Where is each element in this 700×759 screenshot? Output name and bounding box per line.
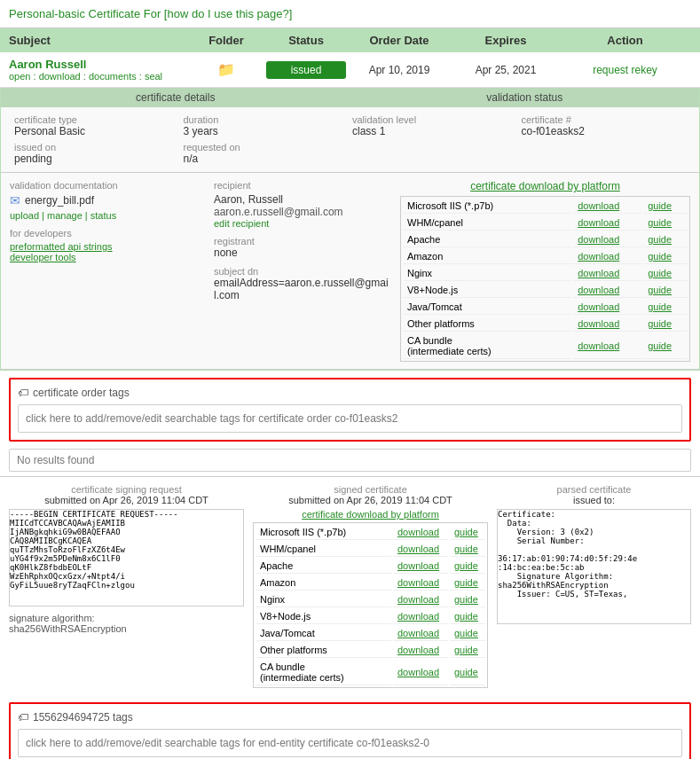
guide-link[interactable]: guide: [450, 575, 485, 591]
guide-link[interactable]: guide: [643, 232, 688, 247]
platform-download-title: certificate download by platform: [400, 180, 690, 192]
sig-algo-value: sha256WithRSAEncryption: [9, 623, 127, 634]
expires-cell: Apr 25, 2021: [452, 64, 559, 76]
details-header: certificate details validation status: [1, 88, 699, 107]
recipient-email: aaron.e.russell@gmail.com: [214, 206, 391, 218]
signed-platform-row: V8+Node.jsdownloadguide: [256, 609, 485, 624]
platform-row: Microsoft IIS (*.p7b)downloadguide: [403, 199, 688, 214]
edit-recipient-link[interactable]: edit recipient: [214, 218, 391, 229]
platform-row: Apachedownloadguide: [403, 232, 688, 247]
tags-input2[interactable]: [18, 729, 682, 757]
folder-icon[interactable]: 📁: [217, 62, 235, 77]
guide-link[interactable]: guide: [450, 592, 485, 607]
download-link[interactable]: download: [393, 660, 448, 685]
platform-row: V8+Node.jsdownloadguide: [403, 283, 688, 298]
guide-link[interactable]: guide: [643, 283, 688, 298]
doc-icon-row: ✉ energy_bill.pdf: [10, 193, 205, 207]
download-link[interactable]: download: [573, 300, 641, 315]
guide-link[interactable]: guide: [450, 542, 485, 557]
page-title: Personal-basic Certificate For: [9, 7, 164, 20]
download-link[interactable]: download: [393, 575, 448, 591]
issued-on-field: issued on pending: [14, 142, 179, 165]
download-link[interactable]: download: [573, 266, 641, 281]
upload-link[interactable]: upload: [10, 210, 39, 221]
csr-subtitle: submitted on Apr 26, 2019 11:04 CDT: [9, 495, 244, 505]
download-link[interactable]: download: [393, 559, 448, 574]
csr-textarea[interactable]: [9, 509, 244, 606]
platform-name: V8+Node.js: [403, 283, 571, 298]
page-header: Personal-basic Certificate For [how do I…: [0, 0, 700, 28]
download-link[interactable]: download: [573, 317, 641, 332]
platform-row: Other platformsdownloadguide: [403, 317, 688, 332]
guide-link[interactable]: guide: [643, 333, 688, 359]
tags2-label: 1556294694725 tags: [33, 711, 133, 724]
cert-num-value: co-f01easks2: [522, 125, 687, 137]
download-link[interactable]: download: [393, 643, 448, 658]
download-link[interactable]: download: [573, 249, 641, 264]
col-status: Status: [266, 34, 346, 47]
cert-type-label: certificate type: [14, 114, 179, 125]
signed-title: signed certificate: [253, 484, 488, 495]
platform-name: Microsoft IIS (*.p7b): [256, 525, 391, 540]
signed-cert-panel: signed certificate submitted on Apr 26, …: [253, 484, 488, 688]
guide-link[interactable]: guide: [643, 215, 688, 231]
details-header-left: certificate details: [1, 88, 350, 107]
api-strings-link[interactable]: preformatted api strings: [10, 241, 205, 252]
recipient-label: recipient: [214, 180, 391, 191]
status-link[interactable]: status: [90, 210, 116, 221]
guide-link[interactable]: guide: [643, 317, 688, 332]
action-cell[interactable]: request rekey: [559, 64, 691, 76]
guide-link[interactable]: guide: [450, 559, 485, 574]
download-link[interactable]: download: [573, 215, 641, 231]
search-input[interactable]: [9, 449, 691, 472]
issued-on-label: issued on: [14, 142, 179, 153]
download-link[interactable]: download: [393, 592, 448, 607]
download-link[interactable]: download: [393, 525, 448, 540]
platform-name: V8+Node.js: [256, 609, 391, 624]
platform-row: WHM/cpaneldownloadguide: [403, 215, 688, 231]
table-header: Subject Folder Status Order Date Expires…: [0, 28, 700, 52]
platform-name: WHM/cpanel: [403, 215, 571, 231]
download-link[interactable]: download: [393, 542, 448, 557]
manage-link[interactable]: manage: [47, 210, 83, 221]
guide-link[interactable]: guide: [643, 199, 688, 214]
subject-name[interactable]: Aaron Russell: [9, 58, 186, 71]
cert-row: Aaron Russell open : download : document…: [0, 52, 700, 88]
download-link[interactable]: download: [573, 333, 641, 359]
status-badge: issued: [266, 61, 346, 79]
requested-on-label: requested on: [184, 142, 349, 153]
download-link[interactable]: download: [573, 283, 641, 298]
registrant-value: none: [214, 246, 391, 259]
download-link[interactable]: download: [393, 609, 448, 624]
platform-name: Java/Tomcat: [403, 300, 571, 315]
col-action: Action: [559, 34, 691, 47]
platform-row: CA bundle(intermediate certs)downloadgui…: [403, 333, 688, 359]
csr-panel: certificate signing request submitted on…: [9, 484, 244, 688]
tags-input[interactable]: [18, 404, 682, 433]
platform-name: WHM/cpanel: [256, 542, 391, 557]
guide-link[interactable]: guide: [450, 525, 485, 540]
guide-link[interactable]: guide: [643, 300, 688, 315]
guide-link[interactable]: guide: [643, 266, 688, 281]
search-bar: [9, 449, 691, 472]
col-order-date: Order Date: [346, 34, 452, 47]
download-link[interactable]: download: [393, 626, 448, 641]
help-link[interactable]: [how do I use this page?]: [164, 7, 293, 20]
cert-validation-value: class 1: [352, 125, 517, 137]
parsed-textarea[interactable]: [497, 509, 691, 624]
platform-name: Apache: [403, 232, 571, 247]
guide-link[interactable]: guide: [450, 626, 485, 641]
guide-link[interactable]: guide: [450, 643, 485, 658]
download-link[interactable]: download: [573, 232, 641, 247]
guide-link[interactable]: guide: [643, 249, 688, 264]
platform-row: Amazondownloadguide: [403, 249, 688, 264]
download-link[interactable]: download: [573, 199, 641, 214]
signed-platform-table: Microsoft IIS (*.p7b)downloadguideWHM/cp…: [253, 522, 488, 688]
signed-platform-row: Microsoft IIS (*.p7b)downloadguide: [256, 525, 485, 540]
dev-links: preformatted api strings developer tools: [10, 241, 205, 262]
guide-link[interactable]: guide: [450, 660, 485, 685]
status-cell: issued: [266, 61, 346, 79]
developer-tools-link[interactable]: developer tools: [10, 252, 205, 262]
guide-link[interactable]: guide: [450, 609, 485, 624]
parsed-cert-panel: parsed certificate issued to:: [497, 484, 691, 688]
